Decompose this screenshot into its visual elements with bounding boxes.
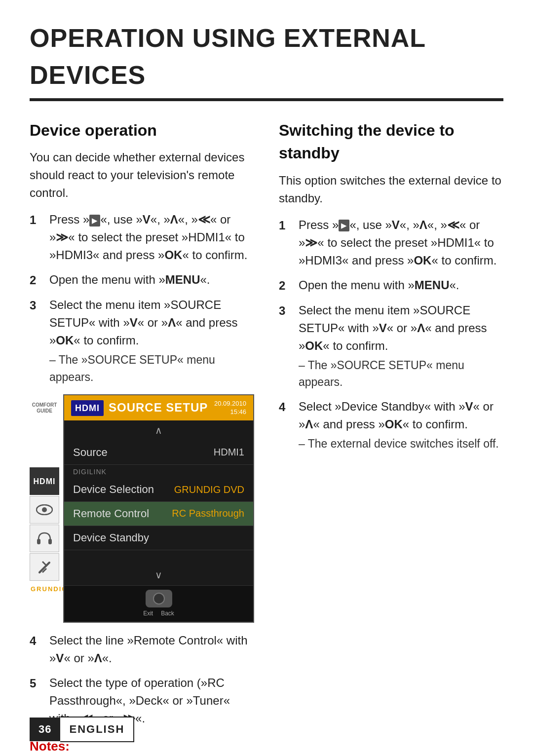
step-1-content: Press »▶«, use »V«, »Λ«, »≪« or »≫« to s… [49,211,254,264]
svg-rect-2 [37,539,40,544]
right-section: Switching the device to standby This opt… [279,119,503,756]
tv-menu-panel: HDMI SOURCE SETUP 20.09.2010 15:46 ∧ Sou… [63,394,254,623]
left-section: Device operation You can decide whether … [30,119,254,756]
step-4-num: 4 [30,632,43,650]
right-section-heading: Switching the device to standby [279,119,503,165]
exit-label: Exit [143,609,153,618]
right-steps-list: 1 Press »▶«, use »V«, »Λ«, »≪« or »≫« to… [279,216,503,453]
tv-menu-row-remote-control: Remote Control RC Passthrough [64,502,253,526]
tv-digilink-label: DIGILINK [64,465,253,478]
step-4: 4 Select the line »Remote Control« with … [30,632,254,667]
tv-menu-bottom: Exit Back [64,585,253,622]
right-step-4-num: 4 [279,398,293,416]
step-3-content: Select the menu item »SOURCE SETUP« with… [49,296,254,385]
sidebar-audio [30,525,59,552]
footer-page-number: 36 [30,718,60,741]
back-label: Back [161,609,174,618]
step-4-content: Select the line »Remote Control« with »V… [49,632,254,667]
step-2-num: 2 [30,271,43,289]
sidebar-tools [30,553,59,581]
tv-screen: COMFORTGUIDE HDMI [30,394,254,623]
left-section-heading: Device operation [30,119,254,142]
right-step-3-content: Select the menu item »SOURCE SETUP« with… [299,302,503,391]
step-2-content: Open the menu with »MENU«. [49,271,254,289]
tv-menu-row-device-standby: Device Standby [64,526,253,550]
device-standby-label: Device Standby [73,530,244,546]
step-1-num: 1 [30,211,43,229]
tv-menu-header: HDMI SOURCE SETUP 20.09.2010 15:46 [64,395,253,420]
remote-control-value: RC Passthrough [172,506,244,521]
svg-point-1 [42,507,47,512]
remote-control-label: Remote Control [73,506,172,522]
left-steps-list: 1 Press »▶«, use »V«, »Λ«, »≪« or »≫« to… [30,211,254,385]
svg-line-5 [42,562,46,566]
right-step-4-content: Select »Device Standby« with »V« or »Λ« … [299,398,503,453]
step-3-num: 3 [30,297,43,314]
right-step-3-num: 3 [279,302,293,320]
grundig-sidebar-logo: GRUNDIG [30,582,63,597]
footer: 36 ENGLISH [30,717,134,742]
tv-menu-time: 20.09.2010 15:46 [214,400,246,416]
page-title: OPERATION USING EXTERNAL DEVICES [30,20,503,101]
right-step-1: 1 Press »▶«, use »V«, »Λ«, »≪« or »≫« to… [279,216,503,269]
right-step-2: 2 Open the menu with »MENU«. [279,276,503,295]
right-step-3: 3 Select the menu item »SOURCE SETUP« wi… [279,302,503,391]
tv-menu-up-arrow: ∧ [64,420,253,441]
right-step-4: 4 Select »Device Standby« with »V« or »Λ… [279,398,503,453]
right-step-1-content: Press »▶«, use »V«, »Λ«, »≪« or »≫« to s… [299,216,503,269]
source-label: Source [73,445,214,460]
source-value: HDMI1 [214,445,244,459]
tv-sidebar: COMFORTGUIDE HDMI [30,394,63,597]
right-step-2-num: 2 [279,277,293,295]
device-selection-value: GRUNDIG DVD [174,483,244,497]
tv-menu-down-arrow: ∨ [64,565,253,585]
step-3: 3 Select the menu item »SOURCE SETUP« wi… [30,296,254,385]
left-steps-456: 4 Select the line »Remote Control« with … [30,632,254,727]
left-intro: You can decide whether external devices … [30,149,254,202]
svg-rect-3 [48,539,52,544]
hdmi-badge: HDMI [71,400,104,416]
tv-menu-row-device-selection: Device Selection GRUNDIG DVD [64,478,253,502]
right-step-2-content: Open the menu with »MENU«. [299,276,503,294]
sidebar-eye [30,496,59,524]
device-selection-label: Device Selection [73,482,174,497]
right-step-1-num: 1 [279,217,293,234]
footer-language: ENGLISH [60,717,134,742]
step-1: 1 Press »▶«, use »V«, »Λ«, »≪« or »≫« to… [30,211,254,264]
sidebar-hdmi: HDMI [30,467,59,495]
step-5-num: 5 [30,675,43,692]
tv-menu-row-source: Source HDMI1 [64,441,253,465]
step-2: 2 Open the menu with »MENU«. [30,271,254,289]
tv-menu-title: SOURCE SETUP [109,399,209,416]
right-intro: This option switches the external device… [279,172,503,207]
sidebar-comfort-guide: COMFORTGUIDE [30,394,59,422]
